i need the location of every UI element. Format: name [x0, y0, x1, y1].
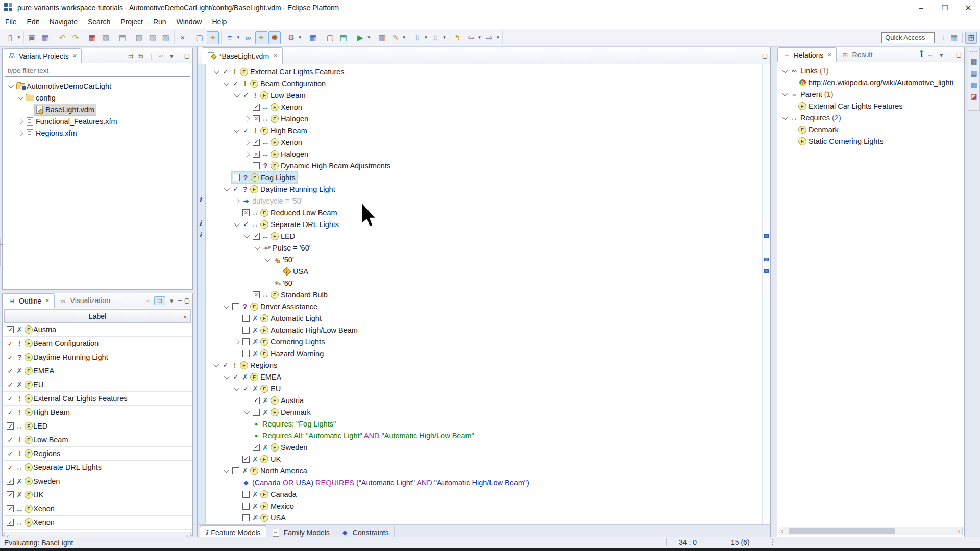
save-button[interactable]: ▣ [26, 31, 38, 44]
dropdown-caret-icon[interactable]: ▼ [298, 35, 302, 40]
dropdown-caret-icon[interactable]: ▼ [496, 35, 500, 40]
info-marker-icon[interactable]: i [199, 219, 202, 227]
compare-a-button[interactable]: ✦ [255, 31, 267, 44]
label-column-header[interactable]: Label ▲ [4, 309, 191, 323]
feature-row[interactable]: ×↔FStandard Bulb [208, 289, 762, 300]
project-tree-row[interactable]: Regions.xfm [3, 127, 192, 139]
checkbox-unchecked-icon[interactable] [241, 490, 251, 499]
relation-mode-icon[interactable]: ⇔ [926, 51, 934, 59]
chevron-down-icon[interactable] [7, 82, 16, 91]
project-tree-row[interactable]: Functional_Features.xfm [3, 115, 192, 127]
feature-row[interactable]: ✓!FHigh Beam [208, 124, 762, 136]
checkbox-unchecked-icon[interactable] [241, 337, 251, 346]
feature-row[interactable]: ?FDriver Assistance [208, 300, 762, 312]
back-button[interactable]: ⇦ [464, 31, 477, 44]
feature-row[interactable]: ✗FDenmark [208, 406, 762, 418]
dropdown-caret-icon[interactable]: ▼ [367, 35, 371, 40]
checkbox-checked-icon[interactable]: ✓ [252, 138, 261, 147]
checkbox-checked-icon[interactable]: ✓ [6, 504, 15, 513]
outline-row[interactable]: ✓!FHigh Beam [3, 406, 192, 419]
feature-row[interactable]: ✓↔FLED [208, 230, 762, 242]
evaluate-model-button[interactable]: ✦ [207, 31, 219, 44]
annotation-column[interactable] [762, 64, 770, 524]
maximize-window-button[interactable]: ❐ [933, 0, 957, 15]
outline-row[interactable]: ✓✗FSweden [3, 474, 192, 488]
checkbox-excluded-icon[interactable]: × [252, 290, 261, 299]
feature-row[interactable]: ✗FNorth America [208, 465, 762, 477]
filter-input[interactable] [5, 66, 190, 75]
tab-relations[interactable]: ⇔ Relations ✕ [777, 47, 837, 62]
diagram-a-button[interactable]: ▨ [133, 31, 145, 44]
maximize-editor-icon[interactable]: ▢ [762, 52, 768, 59]
new-wizard-button[interactable]: ▯ [4, 31, 16, 44]
feature-row[interactable]: ×↔FHalogen [208, 113, 762, 124]
checkbox-unchecked-icon[interactable] [241, 502, 251, 511]
feature-row[interactable]: ✗FAutomatic Light [208, 312, 762, 324]
close-icon[interactable]: ✕ [72, 53, 77, 59]
checkbox-checked-icon[interactable]: ✓ [252, 443, 261, 452]
table-view-button[interactable]: ▦ [307, 31, 320, 44]
feature-row[interactable]: !USA [208, 265, 762, 277]
minimize-view-icon[interactable]: ─ [178, 52, 182, 59]
checkbox-unchecked-icon[interactable] [252, 161, 261, 170]
feature-row[interactable]: ✓?FDaytime Running Light [208, 183, 762, 195]
checkbox-unchecked-icon[interactable] [241, 513, 251, 522]
feature-row[interactable]: ◆(Canada OR USA) REQUIRES ("Automatic Li… [208, 477, 762, 488]
open-perspective-button[interactable]: ▦ [948, 32, 960, 43]
import-b-button[interactable]: ⇩ [430, 31, 442, 44]
outline-row[interactable]: ✓↔FXenon [3, 502, 192, 516]
save-all-button[interactable]: ▦ [39, 31, 52, 44]
delete-button[interactable]: × [177, 31, 189, 44]
dropdown-caret-icon[interactable]: ▼ [477, 35, 481, 40]
close-icon[interactable]: ✕ [827, 52, 831, 58]
outline-row[interactable]: ✓↔FLED [3, 419, 192, 433]
checkbox-checked-icon[interactable]: ✓ [6, 490, 15, 499]
outline-row[interactable]: ✓✗FEMEA [3, 364, 192, 378]
feature-row[interactable]: ✓!FLow Beam [208, 89, 762, 101]
chevron-right-icon[interactable] [232, 196, 241, 206]
menu-project[interactable]: Project [115, 16, 148, 28]
chevron-down-icon[interactable] [263, 255, 272, 264]
run-button[interactable]: ▶ [354, 31, 366, 44]
relations-horizontal-scrollbar[interactable]: ‹ › [779, 527, 963, 535]
chevron-down-icon[interactable] [222, 185, 231, 194]
last-edit-button[interactable]: ↰ [451, 31, 463, 44]
dropdown-caret-icon[interactable]: ▼ [424, 35, 428, 40]
outline-row[interactable]: ✓!FExternal Car Lights Features [3, 392, 192, 406]
scroll-left-icon[interactable]: ‹ [781, 528, 783, 535]
relation-group-row[interactable]: ⇔Parent(1) [777, 88, 964, 100]
tab-outline[interactable]: ⊞ Outline ✕ [3, 293, 55, 308]
feature-row[interactable]: ✗FAutomatic High/Low Beam [208, 324, 762, 336]
project-tree-row[interactable]: BaseLight.vdm [3, 104, 192, 115]
feature-row[interactable]: ✓✗FUK [208, 453, 762, 465]
outline-mode-button[interactable]: ≡ [224, 31, 236, 44]
diagram-c-button[interactable]: ▨ [160, 31, 172, 44]
chevron-right-icon[interactable] [242, 149, 252, 159]
feature-row[interactable]: ✗FMexico [208, 500, 762, 512]
chevron-down-icon[interactable] [242, 232, 252, 241]
checkbox-checked-icon[interactable]: ✓ [252, 232, 261, 241]
feature-row[interactable]: ✗FUSA [208, 512, 762, 523]
feature-row[interactable]: ✗FHazard Warning [208, 347, 762, 359]
maximize-view-icon[interactable]: ▢ [184, 52, 190, 59]
feature-row[interactable]: ✓!FBeam Configuration [208, 78, 762, 89]
info-marker-icon[interactable]: i [199, 231, 202, 239]
project-tree-row[interactable]: AutomotiveDemoCarLight [3, 80, 192, 92]
checkbox-checked-icon[interactable]: ✓ [6, 421, 15, 431]
annotation-marker[interactable] [764, 269, 769, 273]
close-icon[interactable]: ✕ [273, 53, 278, 59]
outline-row[interactable]: ✓↔FXenon [3, 516, 192, 530]
chevron-right-icon[interactable] [242, 114, 252, 123]
chevron-down-icon[interactable] [16, 93, 25, 103]
checkbox-checked-icon[interactable]: ✓ [6, 477, 15, 486]
checkbox-excluded-icon[interactable]: × [241, 208, 251, 217]
tab-result[interactable]: ⊞ Result [837, 48, 877, 62]
info-marker-icon[interactable]: i [199, 196, 202, 204]
relation-item-row[interactable]: FStatic Cornering Lights [777, 135, 964, 147]
checkbox-unchecked-icon[interactable] [241, 314, 251, 323]
checkbox-unchecked-icon[interactable] [252, 408, 261, 417]
chevron-right-icon[interactable] [242, 138, 252, 147]
feature-row[interactable]: ↠FPulse = '60' [208, 242, 762, 254]
feature-row[interactable]: ?FFog Lights [208, 171, 762, 183]
feature-row[interactable]: ∗='60' [208, 277, 762, 289]
